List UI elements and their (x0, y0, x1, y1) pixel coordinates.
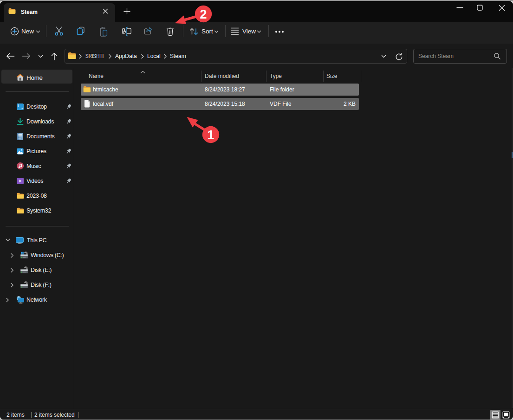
svg-text:2: 2 (200, 7, 207, 21)
svg-text:1: 1 (207, 128, 214, 142)
